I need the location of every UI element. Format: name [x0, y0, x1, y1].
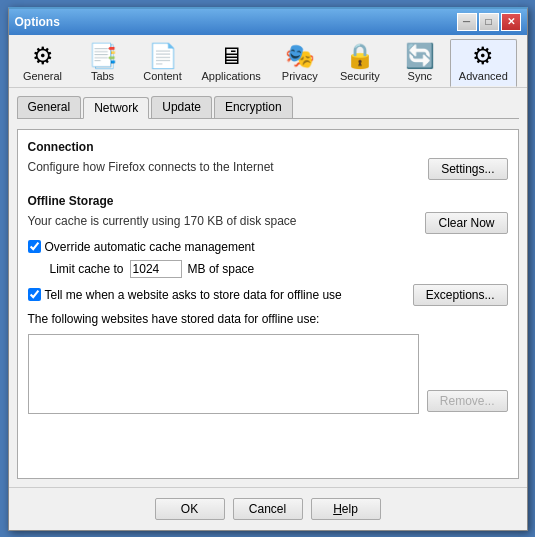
privacy-icon: 🎭	[285, 44, 315, 68]
remove-button[interactable]: Remove...	[427, 390, 508, 412]
help-button[interactable]: Help	[311, 498, 381, 520]
content-icon: 📄	[148, 44, 178, 68]
maximize-button[interactable]: □	[479, 13, 499, 31]
window-title: Options	[15, 15, 60, 29]
toolbar-btn-tabs[interactable]: 📑 Tabs	[73, 39, 133, 87]
override-row: Override automatic cache management	[28, 240, 508, 254]
connection-title: Connection	[28, 140, 508, 154]
sync-label: Sync	[408, 70, 432, 82]
override-checkbox[interactable]	[28, 240, 41, 253]
tab-general[interactable]: General	[17, 96, 82, 118]
override-label: Override automatic cache management	[45, 240, 255, 254]
toolbar: ⚙ General 📑 Tabs 📄 Content 🖥 Application…	[9, 35, 527, 88]
toolbar-btn-general[interactable]: ⚙ General	[13, 39, 73, 87]
help-underline: H	[333, 502, 342, 516]
tell-label: Tell me when a website asks to store dat…	[45, 288, 342, 302]
network-panel: Connection Configure how Firefox connect…	[17, 129, 519, 479]
cache-desc: Your cache is currently using 170 KB of …	[28, 214, 297, 228]
toolbar-btn-advanced[interactable]: ⚙ Advanced	[450, 39, 517, 87]
toolbar-btn-content[interactable]: 📄 Content	[133, 39, 193, 87]
tabs-icon: 📑	[88, 44, 118, 68]
advanced-icon: ⚙	[472, 44, 494, 68]
websites-list	[28, 334, 419, 414]
content-area: General Network Update Encryption Connec…	[9, 88, 527, 487]
tell-checkbox-row: Tell me when a website asks to store dat…	[28, 288, 342, 302]
offline-title: Offline Storage	[28, 194, 508, 208]
tell-checkbox[interactable]	[28, 288, 41, 301]
close-button[interactable]: ✕	[501, 13, 521, 31]
clear-now-button[interactable]: Clear Now	[425, 212, 507, 234]
security-icon: 🔒	[345, 44, 375, 68]
toolbar-btn-applications[interactable]: 🖥 Applications	[193, 39, 270, 87]
options-window: Options ─ □ ✕ ⚙ General 📑 Tabs 📄 Content…	[8, 7, 528, 531]
offline-section: Offline Storage Your cache is currently …	[28, 194, 508, 414]
limit-input[interactable]	[130, 260, 182, 278]
limit-row: Limit cache to MB of space	[50, 260, 508, 278]
minimize-button[interactable]: ─	[457, 13, 477, 31]
cache-row: Your cache is currently using 170 KB of …	[28, 212, 508, 234]
applications-label: Applications	[202, 70, 261, 82]
sub-tabs: General Network Update Encryption	[17, 96, 519, 119]
general-label: General	[23, 70, 62, 82]
websites-label: The following websites have stored data …	[28, 312, 508, 326]
ok-button[interactable]: OK	[155, 498, 225, 520]
connection-desc: Configure how Firefox connects to the In…	[28, 160, 274, 174]
toolbar-btn-security[interactable]: 🔒 Security	[330, 39, 390, 87]
exceptions-button[interactable]: Exceptions...	[413, 284, 508, 306]
content-label: Content	[143, 70, 182, 82]
limit-input-group	[130, 260, 182, 278]
connection-row: Configure how Firefox connects to the In…	[28, 158, 508, 180]
websites-area: Remove...	[28, 330, 508, 414]
list-controls: Remove...	[427, 390, 508, 414]
tab-network[interactable]: Network	[83, 97, 149, 119]
general-icon: ⚙	[32, 44, 54, 68]
privacy-label: Privacy	[282, 70, 318, 82]
settings-button[interactable]: Settings...	[428, 158, 507, 180]
tab-encryption[interactable]: Encryption	[214, 96, 293, 118]
toolbar-btn-privacy[interactable]: 🎭 Privacy	[270, 39, 330, 87]
tab-update[interactable]: Update	[151, 96, 212, 118]
toolbar-btn-sync[interactable]: 🔄 Sync	[390, 39, 450, 87]
connection-section: Connection Configure how Firefox connect…	[28, 140, 508, 180]
advanced-label: Advanced	[459, 70, 508, 82]
tell-row: Tell me when a website asks to store dat…	[28, 284, 508, 306]
sync-icon: 🔄	[405, 44, 435, 68]
cancel-button[interactable]: Cancel	[233, 498, 303, 520]
applications-icon: 🖥	[219, 44, 243, 68]
security-label: Security	[340, 70, 380, 82]
tabs-label: Tabs	[91, 70, 114, 82]
title-bar: Options ─ □ ✕	[9, 9, 527, 35]
window-controls: ─ □ ✕	[457, 13, 521, 31]
limit-unit: MB of space	[188, 262, 255, 276]
footer: OK Cancel Help	[9, 487, 527, 530]
limit-label: Limit cache to	[50, 262, 124, 276]
